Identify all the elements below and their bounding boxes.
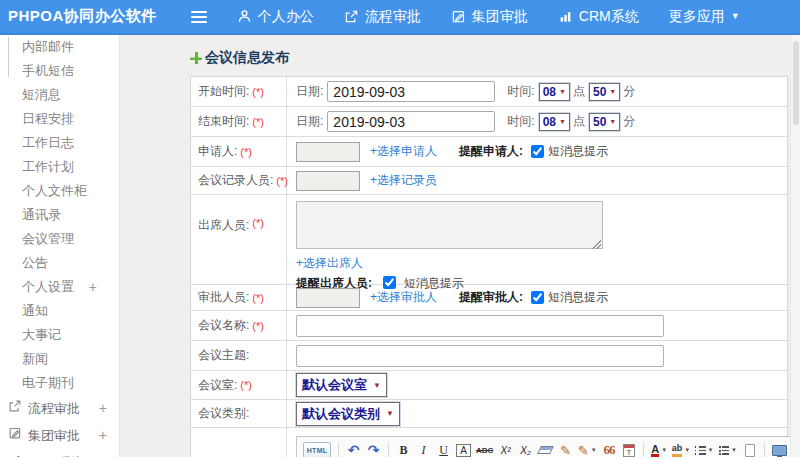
font-button[interactable]: A	[456, 444, 471, 457]
time-label: 时间:	[507, 83, 534, 100]
ordered-list-button[interactable]: ▼	[695, 442, 714, 457]
sidebar-group-process-approval[interactable]: 流程审批 +	[0, 395, 119, 422]
sidebar-group-crm-system[interactable]: CRM系统 +	[0, 449, 119, 457]
nav-more-apps[interactable]: 更多应用 ▼	[669, 8, 740, 26]
eraser-icon[interactable]	[538, 442, 553, 457]
date-label: 日期:	[296, 113, 323, 130]
expand-plus-icon[interactable]: +	[99, 449, 107, 457]
sidebar-item-internal-mail[interactable]: 内部邮件	[0, 35, 119, 59]
insert-datetime-icon[interactable]: T	[621, 442, 636, 457]
applicant-input[interactable]	[296, 142, 360, 162]
topbar: PHPOA协同办公软件 个人办公 流程审批 集团审批	[0, 0, 800, 35]
nav-crm-system[interactable]: CRM系统	[558, 8, 639, 26]
start-date-input[interactable]	[327, 81, 495, 102]
top-nav: 个人办公 流程审批 集团审批 CRM系统 更多应用 ▼	[237, 8, 740, 26]
form-row-attendees: 出席人员:(*) +选择出席人 提醒出席人员: 短消息提示	[191, 195, 787, 285]
sidebar-item-e-journal[interactable]: 电子期刊	[0, 371, 119, 395]
main-content: 会议信息发布 开始时间:(*) 日期: 时间: 08▼ 点 50▼ 分	[120, 35, 800, 457]
start-hour-select[interactable]: 08▼	[539, 83, 570, 101]
sidebar-item-contacts[interactable]: 通讯录	[0, 203, 119, 227]
hamburger-menu-icon[interactable]	[191, 11, 207, 23]
clean-format-brush-icon[interactable]: ✎	[558, 442, 573, 457]
nav-process-approval[interactable]: 流程审批	[344, 8, 421, 26]
choose-attendees-link[interactable]: +选择出席人	[296, 255, 363, 272]
choose-recorder-link[interactable]: +选择记录员	[370, 172, 437, 189]
user-icon	[237, 9, 252, 24]
sidebar-item-milestones[interactable]: 大事记	[0, 323, 119, 347]
process-approval-icon	[344, 9, 359, 24]
form-row-meeting-room: 会议室:(*) 默认会议室▼	[191, 371, 787, 400]
meeting-form: 开始时间:(*) 日期: 时间: 08▼ 点 50▼ 分 结束时间:(*) 日期…	[190, 76, 788, 457]
form-row-editor: HTML ↶ ↷ B I U A ABC X² X₂	[191, 428, 787, 457]
sidebar-item-meeting-management[interactable]: 会议管理	[0, 227, 119, 251]
sidebar-scrollbar[interactable]	[8, 37, 9, 77]
sidebar-item-work-log[interactable]: 工作日志	[0, 131, 119, 155]
sidebar-item-notification[interactable]: 通知	[0, 299, 119, 323]
sidebar-item-short-message[interactable]: 短消息	[0, 83, 119, 107]
end-hour-select[interactable]: 08▼	[539, 113, 570, 131]
bold-button[interactable]: B	[396, 442, 411, 457]
form-row-end-time: 结束时间:(*) 日期: 时间: 08▼ 点 50▼ 分	[191, 107, 787, 137]
approver-input[interactable]	[296, 288, 360, 308]
app-brand[interactable]: PHPOA协同办公软件	[0, 7, 157, 26]
expand-plus-icon[interactable]: +	[89, 275, 97, 299]
choose-applicant-link[interactable]: +选择申请人	[370, 143, 437, 160]
meeting-room-select[interactable]: 默认会议室▼	[296, 373, 387, 397]
italic-button[interactable]: I	[416, 442, 431, 457]
form-row-applicant: 申请人:(*) +选择申请人 提醒申请人: 短消息提示	[191, 137, 787, 167]
meeting-category-select[interactable]: 默认会议类别▼	[296, 402, 400, 426]
sidebar-item-schedule[interactable]: 日程安排	[0, 107, 119, 131]
sidebar-item-work-plan[interactable]: 工作计划	[0, 155, 119, 179]
rich-text-editor: HTML ↶ ↷ B I U A ABC X² X₂	[296, 436, 794, 457]
subscript-button[interactable]: X₂	[518, 442, 533, 457]
meeting-name-input[interactable]	[296, 315, 664, 337]
underline-button[interactable]: U	[436, 442, 451, 457]
start-minute-select[interactable]: 50▼	[589, 83, 620, 101]
superscript-button[interactable]: X²	[498, 442, 513, 457]
select-arrow-icon: ▼	[609, 118, 616, 125]
attendees-textarea[interactable]	[296, 201, 603, 249]
end-date-input[interactable]	[327, 111, 495, 132]
end-minute-select[interactable]: 50▼	[589, 113, 620, 131]
page-scrollbar[interactable]	[790, 35, 800, 457]
toolbar-separator	[388, 443, 389, 457]
sidebar-item-file-cabinet[interactable]: 个人文件柜	[0, 179, 119, 203]
sidebar-item-sms[interactable]: 手机短信	[0, 59, 119, 83]
redo-icon[interactable]: ↷	[366, 442, 381, 457]
strikethrough-button[interactable]: ABC	[476, 442, 493, 457]
edit-icon	[451, 9, 466, 24]
sidebar-item-personal-settings[interactable]: 个人设置 +	[0, 275, 119, 299]
sidebar-group-group-approval[interactable]: 集团审批 +	[0, 422, 119, 449]
expand-plus-icon[interactable]: +	[99, 422, 107, 449]
toolbar-separator	[643, 443, 644, 457]
page-scrollbar-thumb[interactable]	[793, 41, 799, 125]
nav-personal-office[interactable]: 个人办公	[237, 8, 314, 26]
approver-sms-checkbox[interactable]	[531, 291, 544, 304]
highlight-color-button[interactable]: ab▼	[672, 442, 690, 457]
unordered-list-button[interactable]: ▼	[719, 442, 738, 457]
sidebar-item-news[interactable]: 新闻	[0, 347, 119, 371]
select-arrow-icon: ▼	[609, 88, 616, 95]
nav-group-approval[interactable]: 集团审批	[451, 8, 528, 26]
select-arrow-icon: ▼	[559, 118, 566, 125]
select-arrow-icon: ▼	[386, 409, 394, 418]
form-row-meeting-category: 会议类别: 默认会议类别▼	[191, 400, 787, 428]
form-row-start-time: 开始时间:(*) 日期: 时间: 08▼ 点 50▼ 分	[191, 77, 787, 107]
format-painter-icon[interactable]: ✎▼	[578, 442, 596, 457]
date-label: 日期:	[296, 83, 323, 100]
fullscreen-preview-icon[interactable]	[772, 442, 787, 457]
font-color-button[interactable]: A▼	[651, 442, 667, 457]
meeting-subject-input[interactable]	[296, 345, 664, 367]
recorder-input[interactable]	[296, 171, 360, 191]
new-page-icon[interactable]	[742, 442, 757, 457]
toolbar-separator	[764, 443, 765, 457]
toolbar-separator	[338, 443, 339, 457]
applicant-sms-checkbox[interactable]	[531, 145, 544, 158]
sidebar-item-announcement[interactable]: 公告	[0, 251, 119, 275]
select-arrow-icon: ▼	[559, 88, 566, 95]
blockquote-button[interactable]: 66	[601, 442, 616, 457]
choose-approver-link[interactable]: +选择审批人	[370, 289, 437, 306]
expand-plus-icon[interactable]: +	[99, 395, 107, 422]
html-source-button[interactable]: HTML	[303, 442, 331, 457]
undo-icon[interactable]: ↶	[346, 442, 361, 457]
